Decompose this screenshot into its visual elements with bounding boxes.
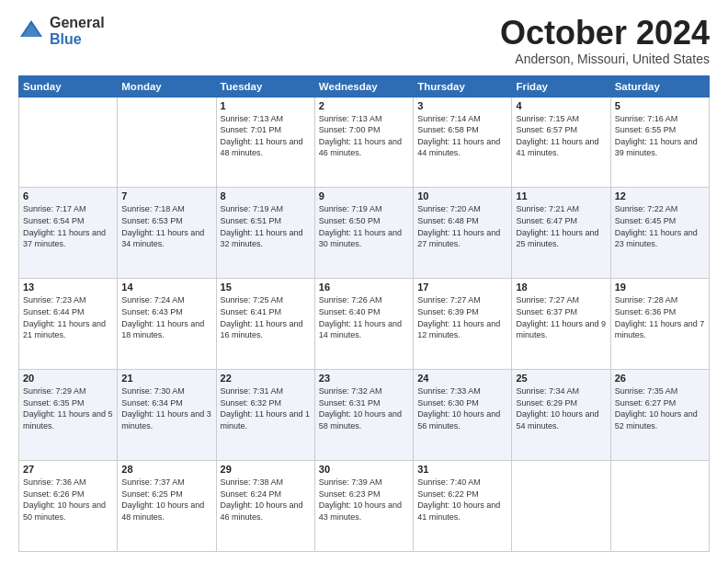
day-info: Sunrise: 7:16 AM Sunset: 6:55 PM Dayligh… [615, 113, 705, 159]
table-row: 13Sunrise: 7:23 AM Sunset: 6:44 PM Dayli… [19, 279, 118, 370]
col-tuesday: Tuesday [216, 75, 314, 97]
table-row: 6Sunrise: 7:17 AM Sunset: 6:54 PM Daylig… [19, 188, 118, 279]
day-number: 13 [23, 282, 113, 293]
day-number: 2 [319, 100, 409, 111]
table-row: 25Sunrise: 7:34 AM Sunset: 6:29 PM Dayli… [512, 370, 610, 461]
day-number: 31 [417, 464, 507, 475]
table-row: 1Sunrise: 7:13 AM Sunset: 7:01 PM Daylig… [216, 97, 314, 188]
day-number: 26 [615, 373, 705, 384]
table-row [610, 461, 709, 552]
day-info: Sunrise: 7:37 AM Sunset: 6:25 PM Dayligh… [121, 477, 211, 523]
day-number: 16 [319, 282, 409, 293]
logo-icon [18, 18, 44, 44]
header: General Blue October 2024 Anderson, Miss… [18, 15, 710, 66]
table-row: 9Sunrise: 7:19 AM Sunset: 6:50 PM Daylig… [314, 188, 413, 279]
table-row: 17Sunrise: 7:27 AM Sunset: 6:39 PM Dayli… [414, 279, 512, 370]
day-info: Sunrise: 7:36 AM Sunset: 6:26 PM Dayligh… [23, 477, 113, 523]
day-number: 6 [23, 190, 113, 201]
table-row: 29Sunrise: 7:38 AM Sunset: 6:24 PM Dayli… [216, 461, 314, 552]
table-row: 21Sunrise: 7:30 AM Sunset: 6:34 PM Dayli… [118, 370, 216, 461]
calendar-header-row: Sunday Monday Tuesday Wednesday Thursday… [19, 75, 710, 97]
table-row: 20Sunrise: 7:29 AM Sunset: 6:35 PM Dayli… [19, 370, 118, 461]
location: Anderson, Missouri, United States [500, 52, 710, 66]
table-row: 10Sunrise: 7:20 AM Sunset: 6:48 PM Dayli… [414, 188, 512, 279]
day-number: 29 [221, 464, 311, 475]
day-info: Sunrise: 7:30 AM Sunset: 6:34 PM Dayligh… [121, 385, 211, 431]
day-info: Sunrise: 7:25 AM Sunset: 6:41 PM Dayligh… [221, 294, 311, 340]
day-number: 24 [417, 373, 507, 384]
table-row: 18Sunrise: 7:27 AM Sunset: 6:37 PM Dayli… [512, 279, 610, 370]
day-info: Sunrise: 7:28 AM Sunset: 6:36 PM Dayligh… [615, 294, 705, 340]
day-number: 5 [615, 100, 705, 111]
table-row: 12Sunrise: 7:22 AM Sunset: 6:45 PM Dayli… [610, 188, 709, 279]
day-number: 9 [319, 190, 409, 201]
page: General Blue October 2024 Anderson, Miss… [0, 0, 728, 563]
day-info: Sunrise: 7:33 AM Sunset: 6:30 PM Dayligh… [417, 385, 507, 431]
table-row: 31Sunrise: 7:40 AM Sunset: 6:22 PM Dayli… [414, 461, 512, 552]
day-info: Sunrise: 7:31 AM Sunset: 6:32 PM Dayligh… [221, 385, 311, 431]
day-info: Sunrise: 7:13 AM Sunset: 7:01 PM Dayligh… [221, 113, 311, 159]
day-info: Sunrise: 7:23 AM Sunset: 6:44 PM Dayligh… [23, 294, 113, 340]
day-number: 21 [121, 373, 211, 384]
day-number: 28 [121, 464, 211, 475]
month-title: October 2024 [500, 15, 710, 52]
day-info: Sunrise: 7:32 AM Sunset: 6:31 PM Dayligh… [319, 385, 409, 431]
logo-blue: Blue [50, 31, 105, 48]
day-number: 3 [417, 100, 507, 111]
col-sunday: Sunday [19, 75, 118, 97]
day-number: 8 [221, 190, 311, 201]
logo: General Blue [18, 15, 105, 47]
day-number: 10 [417, 190, 507, 201]
day-number: 4 [516, 100, 606, 111]
table-row: 5Sunrise: 7:16 AM Sunset: 6:55 PM Daylig… [610, 97, 709, 188]
day-info: Sunrise: 7:14 AM Sunset: 6:58 PM Dayligh… [417, 113, 507, 159]
table-row [19, 97, 118, 188]
day-info: Sunrise: 7:29 AM Sunset: 6:35 PM Dayligh… [23, 385, 113, 431]
day-number: 15 [221, 282, 311, 293]
day-info: Sunrise: 7:13 AM Sunset: 7:00 PM Dayligh… [319, 113, 409, 159]
calendar-week-row: 1Sunrise: 7:13 AM Sunset: 7:01 PM Daylig… [19, 97, 710, 188]
title-block: October 2024 Anderson, Missouri, United … [500, 15, 710, 66]
col-thursday: Thursday [414, 75, 512, 97]
day-info: Sunrise: 7:38 AM Sunset: 6:24 PM Dayligh… [221, 477, 311, 523]
day-info: Sunrise: 7:26 AM Sunset: 6:40 PM Dayligh… [319, 294, 409, 340]
col-monday: Monday [118, 75, 216, 97]
logo-general: General [50, 15, 105, 31]
day-info: Sunrise: 7:18 AM Sunset: 6:53 PM Dayligh… [121, 203, 211, 249]
col-saturday: Saturday [610, 75, 709, 97]
day-info: Sunrise: 7:21 AM Sunset: 6:47 PM Dayligh… [516, 203, 606, 249]
table-row: 19Sunrise: 7:28 AM Sunset: 6:36 PM Dayli… [610, 279, 709, 370]
table-row: 8Sunrise: 7:19 AM Sunset: 6:51 PM Daylig… [216, 188, 314, 279]
table-row: 14Sunrise: 7:24 AM Sunset: 6:43 PM Dayli… [118, 279, 216, 370]
table-row: 27Sunrise: 7:36 AM Sunset: 6:26 PM Dayli… [19, 461, 118, 552]
calendar-table: Sunday Monday Tuesday Wednesday Thursday… [18, 75, 710, 552]
calendar-week-row: 27Sunrise: 7:36 AM Sunset: 6:26 PM Dayli… [19, 461, 710, 552]
table-row: 22Sunrise: 7:31 AM Sunset: 6:32 PM Dayli… [216, 370, 314, 461]
day-number: 22 [221, 373, 311, 384]
table-row: 3Sunrise: 7:14 AM Sunset: 6:58 PM Daylig… [414, 97, 512, 188]
day-number: 17 [417, 282, 507, 293]
table-row: 15Sunrise: 7:25 AM Sunset: 6:41 PM Dayli… [216, 279, 314, 370]
table-row: 7Sunrise: 7:18 AM Sunset: 6:53 PM Daylig… [118, 188, 216, 279]
table-row: 26Sunrise: 7:35 AM Sunset: 6:27 PM Dayli… [610, 370, 709, 461]
day-info: Sunrise: 7:20 AM Sunset: 6:48 PM Dayligh… [417, 203, 507, 249]
table-row: 16Sunrise: 7:26 AM Sunset: 6:40 PM Dayli… [314, 279, 413, 370]
day-info: Sunrise: 7:39 AM Sunset: 6:23 PM Dayligh… [319, 477, 409, 523]
col-wednesday: Wednesday [314, 75, 413, 97]
day-number: 18 [516, 282, 606, 293]
col-friday: Friday [512, 75, 610, 97]
day-number: 20 [23, 373, 113, 384]
day-info: Sunrise: 7:22 AM Sunset: 6:45 PM Dayligh… [615, 203, 705, 249]
day-info: Sunrise: 7:15 AM Sunset: 6:57 PM Dayligh… [516, 113, 606, 159]
day-number: 30 [319, 464, 409, 475]
table-row: 23Sunrise: 7:32 AM Sunset: 6:31 PM Dayli… [314, 370, 413, 461]
calendar-week-row: 6Sunrise: 7:17 AM Sunset: 6:54 PM Daylig… [19, 188, 710, 279]
day-number: 11 [516, 190, 606, 201]
day-number: 23 [319, 373, 409, 384]
day-info: Sunrise: 7:27 AM Sunset: 6:37 PM Dayligh… [516, 294, 606, 340]
day-info: Sunrise: 7:17 AM Sunset: 6:54 PM Dayligh… [23, 203, 113, 249]
logo-text: General Blue [50, 15, 105, 47]
table-row: 4Sunrise: 7:15 AM Sunset: 6:57 PM Daylig… [512, 97, 610, 188]
day-number: 19 [615, 282, 705, 293]
day-info: Sunrise: 7:19 AM Sunset: 6:51 PM Dayligh… [221, 203, 311, 249]
